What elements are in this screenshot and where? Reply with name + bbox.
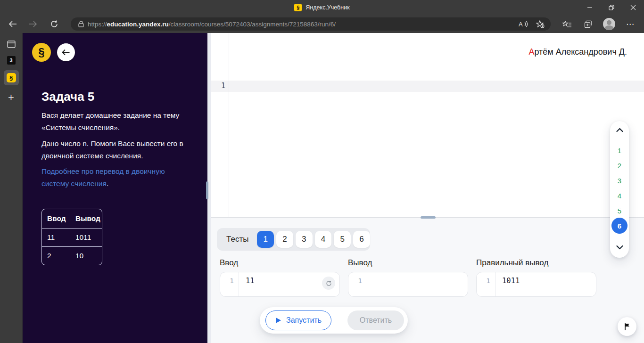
navigator-test-1[interactable]: 1: [610, 147, 629, 155]
restore-button[interactable]: [601, 0, 622, 15]
test-tab-1[interactable]: 1: [257, 231, 274, 248]
close-icon: [630, 5, 636, 10]
flag-icon: [624, 323, 630, 330]
gutter-separator: [229, 33, 229, 218]
table-cell-output: 10: [70, 247, 102, 265]
table-cell-input: 11: [42, 229, 70, 246]
reset-icon: [326, 280, 332, 286]
test-tab-2[interactable]: 2: [276, 231, 293, 248]
new-tab-button[interactable]: +: [8, 91, 14, 104]
navigator-down-button[interactable]: [610, 245, 629, 250]
tests-tab-bar: Тесты 1 2 3 4 5 6: [217, 228, 370, 251]
table-header-output: Вывод: [70, 209, 102, 228]
task-title: Задача 5: [41, 90, 94, 104]
favicon-icon: §: [294, 4, 302, 11]
examples-table: Ввод Вывод 11 1011 2 10: [41, 209, 102, 265]
input-line-number: 1: [220, 272, 239, 296]
browser-window: § Яндекс.Учебник https://education.yande…: [0, 0, 644, 343]
table-row: 11 1011: [42, 228, 102, 246]
active-tab-favicon: §: [7, 73, 16, 82]
task-paragraph: Вася делает домашнее задание на тему «Си…: [41, 109, 191, 134]
avatar: [603, 18, 615, 30]
expected-output-label: Правильный вывод: [476, 258, 548, 268]
table-cell-input: 2: [42, 247, 70, 265]
code-editor[interactable]: 1 Артём Александрович Д.: [211, 33, 644, 218]
browser-toolbar: https://education.yandex.ru/classroom/co…: [0, 15, 644, 33]
test-tab-4[interactable]: 4: [315, 231, 332, 248]
forward-button[interactable]: [25, 16, 41, 32]
action-buttons-container: Запустить Ответить: [260, 307, 408, 334]
vertical-tab-strip: 3 § +: [0, 33, 23, 343]
test-tab-5[interactable]: 5: [334, 231, 351, 248]
test-navigator: 1 2 3 4 5 6: [610, 121, 629, 258]
forward-icon: [29, 21, 37, 27]
output-line-number: 1: [348, 272, 367, 296]
url-text: https://education.yandex.ru/classroom/co…: [88, 21, 336, 28]
test-tab-3[interactable]: 3: [296, 231, 313, 248]
editor-active-line: [211, 81, 644, 92]
navigator-test-6-active[interactable]: 6: [611, 218, 627, 234]
navigator-test-5[interactable]: 5: [610, 207, 629, 215]
run-button[interactable]: Запустить: [265, 310, 331, 330]
navigator-test-3[interactable]: 3: [610, 177, 629, 185]
tab-item-active[interactable]: §: [4, 70, 19, 85]
table-cell-output: 1011: [70, 229, 102, 246]
horizontal-resize-handle[interactable]: [421, 216, 436, 219]
profile-button[interactable]: [602, 16, 617, 32]
add-favorite-button[interactable]: [534, 18, 547, 30]
tab-list-icon: [7, 41, 16, 48]
arrow-left-icon: [62, 49, 70, 56]
tab-title: Яндекс.Учебник: [305, 4, 349, 11]
refresh-button[interactable]: [47, 16, 62, 32]
minimize-icon: [587, 5, 593, 10]
task-back-button[interactable]: [57, 43, 75, 61]
collections-button[interactable]: [580, 16, 595, 32]
tab-actions-button[interactable]: [7, 41, 16, 48]
minimize-button[interactable]: [579, 0, 601, 15]
favorites-button[interactable]: [560, 16, 575, 32]
output-label: Вывод: [348, 258, 372, 268]
settings-menu-button[interactable]: ⋯: [623, 16, 638, 32]
expected-line-number: 1: [477, 272, 495, 296]
collections-icon: [584, 20, 592, 28]
uchebnik-logo: §: [32, 43, 51, 62]
panel-resize-strip: [207, 33, 211, 343]
task-paragraph: Дано число n. Помоги Васе вывести его в …: [41, 138, 191, 162]
answer-button[interactable]: Ответить: [347, 310, 404, 330]
restore-icon: [609, 5, 614, 10]
refresh-icon: [50, 20, 58, 28]
star-plus-icon: [536, 20, 545, 28]
table-header-input: Ввод: [42, 209, 70, 228]
url-bar[interactable]: https://education.yandex.ru/classroom/co…: [71, 17, 551, 31]
expected-output-field: 1 1011: [476, 272, 596, 297]
read-aloud-icon: A: [519, 21, 528, 27]
navigator-up-button[interactable]: [610, 128, 629, 132]
table-header-row: Ввод Вывод: [42, 209, 102, 228]
table-row: 2 10: [42, 246, 102, 265]
tab3-favicon: 3: [7, 56, 16, 65]
input-field[interactable]: 1 11: [220, 272, 340, 297]
reset-input-button[interactable]: [322, 277, 335, 290]
task-hint-link[interactable]: Подробнее про перевод в двоичную систему…: [41, 165, 183, 190]
back-icon: [8, 21, 17, 27]
editor-line-number: 1: [211, 82, 225, 90]
vertical-resize-handle[interactable]: [206, 181, 208, 199]
input-label: Ввод: [220, 258, 238, 268]
browser-tab[interactable]: § Яндекс.Учебник: [0, 0, 644, 15]
read-aloud-button[interactable]: A: [517, 18, 530, 30]
output-value: [367, 272, 468, 296]
student-name: Артём Александрович Д.: [528, 47, 627, 57]
test-tab-6[interactable]: 6: [353, 231, 370, 248]
chevron-down-icon: [616, 245, 623, 250]
navigator-test-2[interactable]: 2: [610, 162, 629, 170]
navigator-test-4[interactable]: 4: [610, 192, 629, 200]
back-button[interactable]: [5, 16, 20, 32]
expected-value: 1011: [495, 272, 596, 296]
report-flag-button[interactable]: [618, 317, 636, 336]
close-button[interactable]: [622, 0, 644, 15]
ellipsis-icon: ⋯: [626, 19, 635, 29]
play-icon: [275, 317, 281, 324]
tests-section: Тесты 1 2 3 4 5 6 Ввод Вывод Правильный …: [211, 218, 644, 343]
lock-icon: [78, 21, 84, 27]
tab-item-3[interactable]: 3: [7, 56, 16, 65]
